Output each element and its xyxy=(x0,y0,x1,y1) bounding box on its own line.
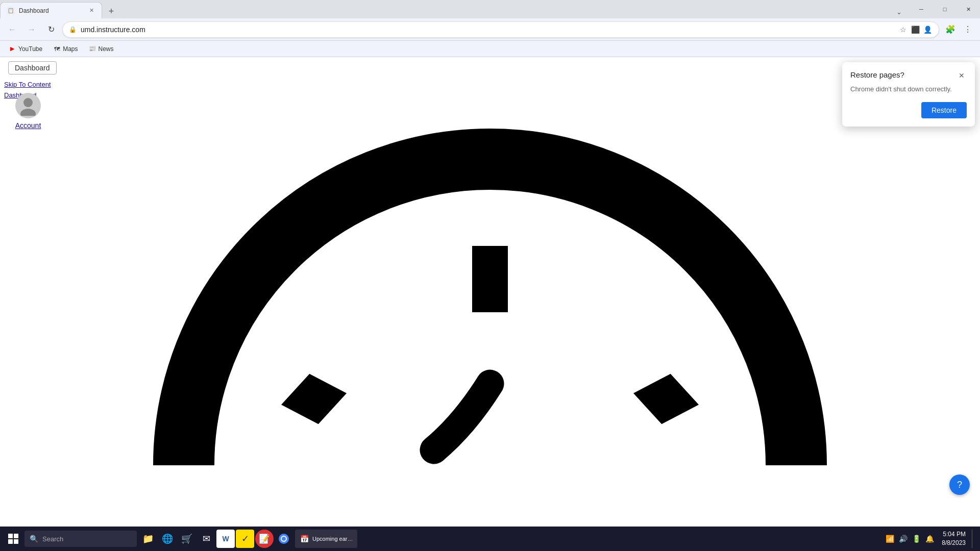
taskbar-word[interactable]: W xyxy=(216,530,235,548)
toolbar-icons: 🧩 ⋮ xyxy=(942,21,976,38)
taskbar-clock[interactable]: 5:04 PM 8/8/2023 xyxy=(938,530,970,547)
taskbar-network-icon[interactable]: 📶 xyxy=(884,533,896,545)
tab-bar-right: ⌄ xyxy=(892,5,910,18)
tab-search-button[interactable]: ⌄ xyxy=(892,5,905,18)
taskbar-search-icon: 🔍 xyxy=(30,535,38,543)
maximize-button[interactable]: □ xyxy=(933,0,957,18)
reload-button[interactable]: ↻ xyxy=(43,21,59,38)
taskbar-volume-icon[interactable]: 🔊 xyxy=(897,533,909,545)
window-controls: ─ □ ✕ xyxy=(910,0,980,18)
help-button[interactable]: ? xyxy=(949,474,970,495)
taskbar: 🔍 Search 📁 🌐 🛒 ✉ W ✓ 📝 📅 Upcoming earnin… xyxy=(0,527,980,551)
svg-point-0 xyxy=(23,98,33,107)
tab-favicon: 📋 xyxy=(7,7,15,15)
new-tab-button[interactable]: + xyxy=(104,4,118,18)
bookmark-youtube-label: YouTube xyxy=(18,45,42,53)
windows-logo xyxy=(8,534,18,544)
bookmark-maps[interactable]: 🗺 Maps xyxy=(48,43,82,55)
active-tab[interactable]: 📋 Dashboard ✕ xyxy=(0,2,102,18)
restore-popup-header: Restore pages? ✕ xyxy=(850,70,967,81)
extension-icon[interactable]: ⬛ xyxy=(910,24,920,35)
start-button[interactable] xyxy=(4,530,22,548)
address-bar-row: ← → ↻ 🔒 umd.instructure.com ☆ ⬛ 👤 🧩 ⋮ xyxy=(0,18,980,41)
close-button[interactable]: ✕ xyxy=(957,0,980,18)
taskbar-pinned-icons: 📁 🌐 🛒 ✉ W ✓ 📝 xyxy=(139,530,293,548)
restore-close-button[interactable]: ✕ xyxy=(957,70,967,81)
bookmark-news[interactable]: 📰 News xyxy=(84,43,118,55)
bookmarks-bar: ▶ YouTube 🗺 Maps 📰 News xyxy=(0,41,980,57)
tab-favicon-icon: 📋 xyxy=(8,8,14,13)
svg-point-1 xyxy=(20,109,36,116)
taskbar-notification-icon[interactable]: 🔔 xyxy=(923,533,936,545)
show-desktop-button[interactable] xyxy=(972,530,976,548)
taskbar-search[interactable]: 🔍 Search xyxy=(24,531,137,547)
browser-frame: 📋 Dashboard ✕ + ⌄ ─ □ ✕ ← → ↻ 🔒 umd.inst… xyxy=(0,0,980,551)
taskbar-chrome[interactable] xyxy=(275,530,293,548)
taskbar-notification-area: 📶 🔊 🔋 🔔 xyxy=(884,533,936,545)
omnibox[interactable]: 🔒 umd.instructure.com ☆ ⬛ 👤 xyxy=(62,21,939,38)
taskbar-battery-icon[interactable]: 🔋 xyxy=(910,533,922,545)
url-display: umd.instructure.com xyxy=(81,26,894,34)
back-button[interactable]: ← xyxy=(4,21,20,38)
gauge-svg xyxy=(133,83,847,491)
svg-rect-2 xyxy=(472,246,508,312)
clock-graphic xyxy=(133,83,847,491)
tab-bar-inner: 📋 Dashboard ✕ + xyxy=(0,0,118,18)
svg-marker-4 xyxy=(629,368,703,430)
restore-title: Restore pages? xyxy=(850,70,904,79)
taskbar-notes-red[interactable]: 📝 xyxy=(255,530,274,548)
forward-button[interactable]: → xyxy=(23,21,40,38)
bookmark-youtube[interactable]: ▶ YouTube xyxy=(4,43,46,55)
upcoming-earnings-icon: 📅 xyxy=(299,534,309,544)
upcoming-earnings-label: Upcoming earnings xyxy=(312,536,353,542)
account-avatar-icon xyxy=(18,95,38,116)
taskbar-store[interactable]: 🛒 xyxy=(178,530,196,548)
account-label[interactable]: Account xyxy=(15,121,41,130)
dashboard-button[interactable]: Dashboard xyxy=(8,61,57,74)
tab-bar: 📋 Dashboard ✕ + ⌄ ─ □ ✕ xyxy=(0,0,980,18)
sidebar-account: Account xyxy=(0,88,56,135)
svg-point-7 xyxy=(282,537,286,541)
bookmark-maps-label: Maps xyxy=(63,45,78,53)
minimize-button[interactable]: ─ xyxy=(910,0,933,18)
taskbar-upcoming-earnings[interactable]: 📅 Upcoming earnings xyxy=(295,530,357,548)
tab-close-button[interactable]: ✕ xyxy=(87,7,95,15)
bookmark-news-label: News xyxy=(99,45,114,53)
news-icon: 📰 xyxy=(88,45,96,53)
tab-title: Dashboard xyxy=(19,7,83,14)
taskbar-date: 8/8/2023 xyxy=(942,539,966,547)
taskbar-checklist[interactable]: ✓ xyxy=(236,530,254,548)
account-avatar[interactable] xyxy=(15,93,41,118)
taskbar-edge[interactable]: 🌐 xyxy=(158,530,177,548)
restore-description: Chrome didn't shut down correctly. xyxy=(850,85,967,94)
bookmark-star-icon[interactable]: ☆ xyxy=(898,24,908,35)
taskbar-search-text: Search xyxy=(42,535,63,543)
omnibox-icons: ☆ ⬛ 👤 xyxy=(898,24,933,35)
maps-icon: 🗺 xyxy=(53,45,61,53)
profile-icon[interactable]: 👤 xyxy=(922,24,933,35)
lock-icon: 🔒 xyxy=(69,26,77,33)
taskbar-mail[interactable]: ✉ xyxy=(197,530,215,548)
page-content: Dashboard Skip To Content Dashboard Acco… xyxy=(0,57,980,551)
youtube-icon: ▶ xyxy=(8,45,16,53)
extensions-button[interactable]: 🧩 xyxy=(942,21,959,38)
more-menu-button[interactable]: ⋮ xyxy=(960,21,976,38)
restore-popup: Restore pages? ✕ Chrome didn't shut down… xyxy=(842,62,975,127)
taskbar-time: 5:04 PM xyxy=(942,530,966,539)
restore-button[interactable]: Restore xyxy=(921,102,967,118)
svg-marker-3 xyxy=(277,368,351,430)
taskbar-file-explorer[interactable]: 📁 xyxy=(139,530,157,548)
canvas-header: Dashboard xyxy=(0,57,980,79)
